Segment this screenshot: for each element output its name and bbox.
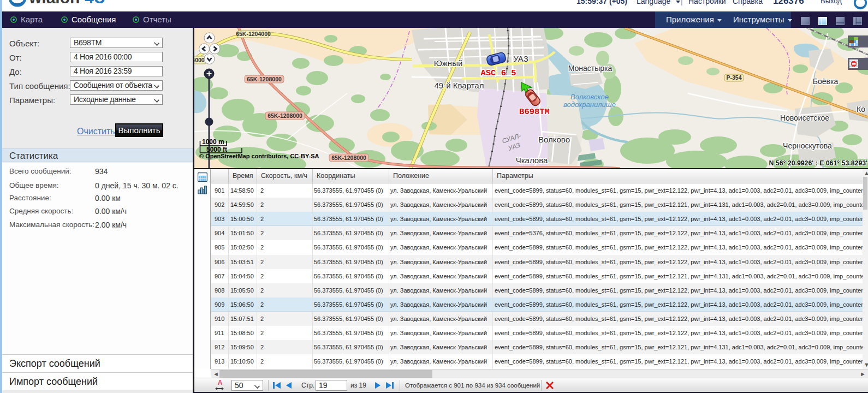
svg-text:Монастырка: Монастырка	[568, 64, 613, 73]
svg-text:Р-354: Р-354	[726, 74, 741, 81]
svg-text:Волково: Волково	[538, 135, 570, 144]
svg-text:B698TM: B698TM	[519, 107, 550, 117]
svg-text:Боёвка: Боёвка	[813, 77, 839, 86]
svg-text:65K-1208000: 65K-1208000	[267, 112, 302, 119]
svg-text:Новоисетское: Новоисетское	[780, 114, 829, 122]
svg-text:4000: 4000	[194, 57, 205, 63]
svg-text:ASC_6_5: ASC_6_5	[480, 68, 516, 78]
svg-text:65K-1204000: 65K-1204000	[236, 31, 271, 37]
svg-text:Черноскутова: Черноскутова	[783, 141, 832, 150]
svg-text:65K-1208000: 65K-1208000	[331, 154, 366, 161]
svg-text:5000 ft: 5000 ft	[206, 146, 227, 153]
svg-text:Чкалова: Чкалова	[516, 156, 548, 165]
svg-text:65K-1208000: 65K-1208000	[247, 76, 282, 82]
svg-text:wialon: wialon	[28, 0, 80, 7]
svg-text:Южный: Южный	[434, 58, 463, 68]
svg-text:УАЗ: УАЗ	[513, 54, 528, 63]
svg-text:© OpenStreetMap contributors,: © OpenStreetMap contributors, CC-BY-SA	[199, 153, 319, 159]
svg-text:49-й Квартал: 49-й Квартал	[435, 81, 484, 90]
svg-text:водохранилище: водохранилище	[563, 100, 616, 109]
svg-text:N 56° 20.9926' : E 061° 53.829: N 56° 20.9926' : E 061° 53.8293'	[769, 159, 868, 167]
svg-text:Волковское: Волковское	[570, 93, 609, 101]
svg-text:-4U: -4U	[79, 0, 105, 7]
svg-text:Ко: Ко	[857, 105, 865, 114]
svg-text:1000 m: 1000 m	[202, 138, 224, 146]
